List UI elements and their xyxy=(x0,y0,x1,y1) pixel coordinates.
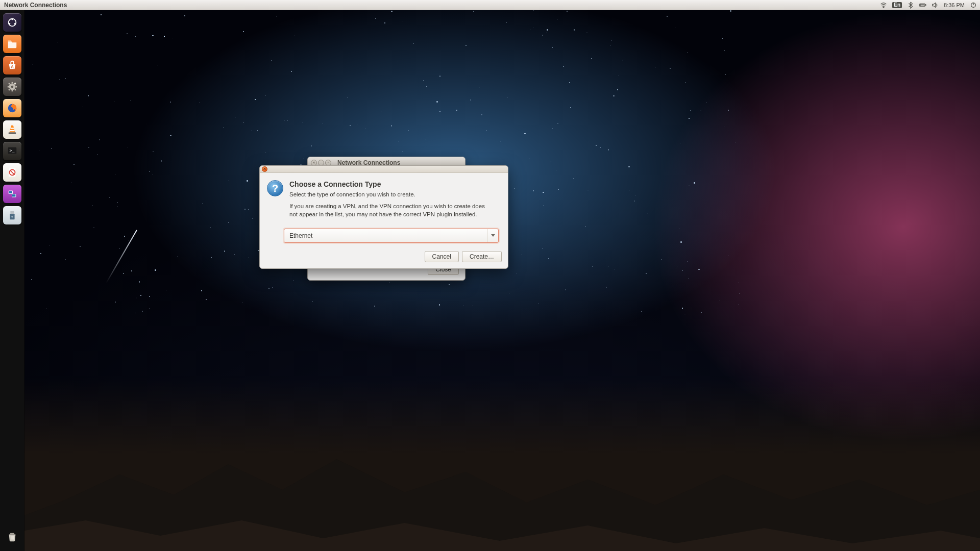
launcher-network-tool[interactable] xyxy=(3,185,21,203)
dialog-note: If you are creating a VPN, and the VPN c… xyxy=(289,203,494,218)
launcher-dash[interactable] xyxy=(3,13,21,32)
menubar-title: Network Connections xyxy=(4,2,67,9)
dialog-heading: Choose a Connection Type xyxy=(289,180,499,188)
dialog-subtitle: Select the type of connection you wish t… xyxy=(289,191,499,197)
dropdown-value: Ethernet xyxy=(289,232,312,239)
svg-point-7 xyxy=(14,23,16,25)
parent-close-icon[interactable]: × xyxy=(311,160,317,166)
svg-rect-15 xyxy=(8,133,16,134)
svg-point-6 xyxy=(11,18,13,20)
launcher-files[interactable] xyxy=(3,35,21,53)
dialog-close-icon[interactable] xyxy=(262,166,267,172)
dialog-titlebar[interactable] xyxy=(260,166,508,173)
svg-rect-22 xyxy=(9,191,12,194)
connection-type-dropdown[interactable]: Ethernet xyxy=(284,229,499,243)
svg-point-11 xyxy=(11,86,13,88)
launcher: A>_ xyxy=(0,10,24,416)
launcher-evince[interactable] xyxy=(3,163,21,182)
question-icon: ? xyxy=(267,180,283,196)
shooting-star xyxy=(106,230,137,284)
svg-text:>_: >_ xyxy=(9,148,14,153)
svg-point-26 xyxy=(11,216,13,218)
launcher-usb-creator[interactable] xyxy=(3,206,21,224)
launcher-terminal[interactable]: >_ xyxy=(3,142,21,160)
svg-rect-13 xyxy=(10,128,13,129)
create-button[interactable]: Create… xyxy=(462,251,502,262)
svg-rect-24 xyxy=(10,211,14,214)
parent-maximize-icon[interactable]: ▫ xyxy=(325,160,331,166)
svg-text:A: A xyxy=(11,65,14,69)
chevron-down-icon xyxy=(487,229,498,242)
dialog-actions: Cancel Create… xyxy=(260,243,508,268)
svg-rect-14 xyxy=(10,130,14,131)
launcher-software-center[interactable]: A xyxy=(3,56,21,74)
svg-rect-23 xyxy=(12,194,15,197)
svg-point-8 xyxy=(8,23,10,25)
launcher-firefox[interactable] xyxy=(3,99,21,117)
menubar: Network Connections En 8:36 PM xyxy=(0,0,743,10)
launcher-vlc[interactable] xyxy=(3,120,21,139)
cancel-button[interactable]: Cancel xyxy=(425,251,459,262)
connection-type-dialog: ? Choose a Connection Type Select the ty… xyxy=(259,165,508,269)
parent-minimize-icon[interactable]: – xyxy=(318,160,324,166)
launcher-settings[interactable] xyxy=(3,78,21,96)
